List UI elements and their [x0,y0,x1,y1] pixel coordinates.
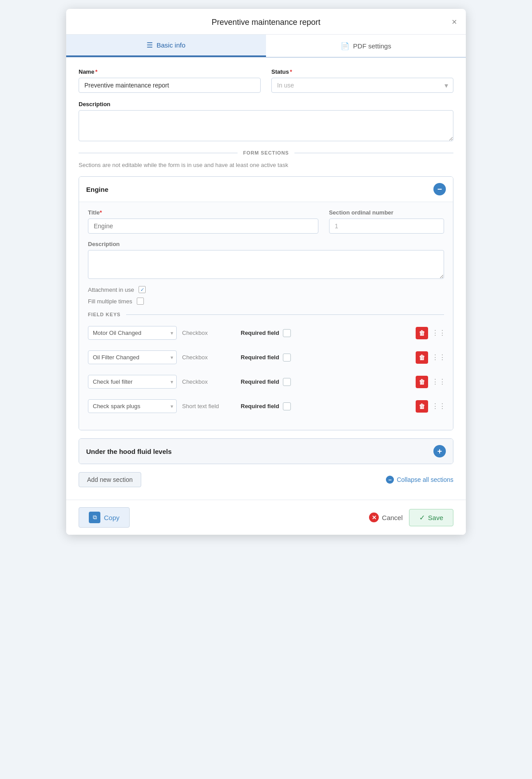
required-label-2: Required field [241,378,279,385]
field-keys-divider: FIELD KEYS [88,312,444,317]
pdf-settings-icon: 📄 [341,42,349,50]
engine-description-group: Description [88,241,444,279]
collapse-icon: − [386,476,394,484]
modal-header: Preventive maintenance report × [66,9,466,35]
tab-basic-info[interactable]: ☰ Basic info [66,35,266,57]
save-icon: ✓ [419,513,425,522]
description-label: Description [79,101,453,107]
collapse-all-button[interactable]: − Collapse all sections [386,476,453,484]
required-label-1: Required field [241,354,279,361]
engine-ordinal-group: Section ordinal number [329,209,444,234]
field-delete-2[interactable]: 🗑 [416,376,428,388]
required-checkbox-1[interactable] [283,354,291,362]
field-drag-2[interactable]: ⋮⋮ [433,377,444,387]
field-key-select-input-0[interactable]: Motor Oil Changed [88,326,177,340]
engine-description-textarea[interactable] [88,250,444,279]
section-under-hood-toggle[interactable]: + [433,445,446,457]
name-required-star: * [95,68,97,75]
field-delete-0[interactable]: 🗑 [416,327,428,339]
field-key-row-3: Check spark plugs Short text field Requi… [88,397,444,416]
engine-ordinal-input[interactable] [329,219,444,234]
attachment-label: Attachment in use [88,286,134,293]
field-key-select-input-1[interactable]: Oil Filter Changed [88,350,177,364]
required-checkbox-3[interactable] [283,402,291,410]
status-group: Status* In use Draft Archived [271,68,453,93]
cancel-icon: ✕ [369,513,379,522]
field-key-row-1: Oil Filter Changed Checkbox Required fie… [88,348,444,367]
copy-button[interactable]: ⧉ Copy [79,507,130,528]
sections-note: Sections are not editable while the form… [79,162,453,168]
attachment-checkbox[interactable] [139,286,146,293]
engine-ordinal-label: Section ordinal number [329,209,444,216]
required-checkbox-2[interactable] [283,378,291,386]
divider-line-right [294,153,453,153]
collapse-all-label: Collapse all sections [397,476,453,483]
status-select-wrapper: In use Draft Archived [271,78,453,93]
divider-line-left [79,153,238,153]
description-textarea[interactable] [79,110,453,141]
field-keys-line [126,314,444,315]
engine-title-row: Title* Section ordinal number [88,209,444,234]
section-engine-body: Title* Section ordinal number Descriptio… [79,202,453,430]
copy-icon: ⧉ [89,512,100,523]
copy-label: Copy [104,514,119,521]
field-drag-1[interactable]: ⋮⋮ [433,352,444,363]
engine-description-label: Description [88,241,444,247]
section-under-hood-header[interactable]: Under the hood fluid levels + [79,439,453,464]
modal-container: Preventive maintenance report × ☰ Basic … [66,9,466,535]
field-key-row-0: Motor Oil Changed Checkbox Required fiel… [88,323,444,342]
engine-title-required: * [100,209,102,216]
save-button[interactable]: ✓ Save [409,509,453,526]
field-key-select-input-3[interactable]: Check spark plugs [88,399,177,413]
status-required-star: * [290,68,292,75]
tab-pdf-settings-label: PDF settings [353,42,391,50]
bottom-actions: Add new section − Collapse all sections [79,472,453,489]
tab-basic-info-label: Basic info [156,41,185,49]
section-engine-header[interactable]: Engine − [79,177,453,202]
section-engine: Engine − Title* Section ordinal number [79,176,453,430]
form-sections-label: FORM SECTIONS [243,150,289,155]
field-key-select-3: Check spark plugs [88,399,177,413]
description-group: Description [79,101,453,141]
fill-multiple-label: Fill multiple times [88,298,132,305]
field-key-select-2: Check fuel filter [88,375,177,389]
field-drag-3[interactable]: ⋮⋮ [433,401,444,412]
required-group-2: Required field [241,378,410,386]
required-label-3: Required field [241,403,279,409]
required-checkbox-0[interactable] [283,329,291,337]
field-key-select-1: Oil Filter Changed [88,350,177,364]
status-select[interactable]: In use Draft Archived [271,78,453,93]
section-under-hood: Under the hood fluid levels + [79,438,453,464]
engine-title-group: Title* [88,209,318,234]
engine-title-input[interactable] [88,219,318,234]
add-section-label: Add new section [87,476,133,483]
cancel-button[interactable]: ✕ Cancel [369,513,403,522]
name-status-row: Name* Status* In use Draft Archived [79,68,453,93]
field-delete-3[interactable]: 🗑 [416,400,428,413]
field-type-1: Checkbox [182,354,235,361]
basic-info-icon: ☰ [147,41,153,49]
add-section-button[interactable]: Add new section [79,472,141,487]
required-group-3: Required field [241,402,410,410]
section-engine-toggle[interactable]: − [433,183,446,195]
save-label: Save [428,514,443,521]
field-keys-label: FIELD KEYS [88,312,121,317]
modal-footer: ⧉ Copy ✕ Cancel ✓ Save [66,500,466,535]
cancel-label: Cancel [382,514,403,521]
field-key-select-input-2[interactable]: Check fuel filter [88,375,177,389]
field-drag-0[interactable]: ⋮⋮ [433,328,444,338]
name-input[interactable] [79,78,261,93]
fill-multiple-row: Fill multiple times [88,298,444,305]
engine-title-label: Title* [88,209,318,216]
required-label-0: Required field [241,330,279,336]
field-delete-1[interactable]: 🗑 [416,351,428,364]
footer-right: ✕ Cancel ✓ Save [369,509,453,526]
tab-pdf-settings[interactable]: 📄 PDF settings [266,35,466,57]
tabs-bar: ☰ Basic info 📄 PDF settings [66,35,466,58]
close-button[interactable]: × [452,17,457,26]
field-type-3: Short text field [182,403,235,409]
field-type-2: Checkbox [182,378,235,385]
field-key-select-0: Motor Oil Changed [88,326,177,340]
fill-multiple-checkbox[interactable] [137,298,144,305]
modal-body: Name* Status* In use Draft Archived [66,58,466,500]
